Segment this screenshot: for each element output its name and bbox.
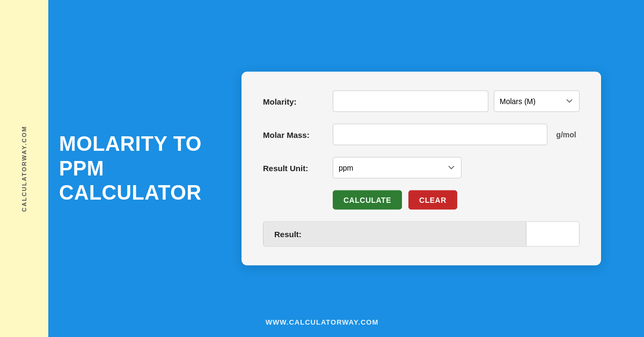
molarity-label: Molarity: — [263, 97, 333, 106]
molar-mass-label: Molar Mass: — [263, 130, 333, 139]
molarity-row: Molarity: Molars (M) Millimolars (mM) Mi… — [263, 91, 580, 112]
molar-mass-input[interactable] — [333, 124, 547, 145]
molar-mass-unit: g/mol — [553, 130, 580, 139]
title-section: MOLARITY TO PPM CALCULATOR — [59, 132, 209, 206]
molar-mass-row: Molar Mass: g/mol — [263, 124, 580, 145]
result-unit-select[interactable]: ppm ppb ppt — [333, 157, 462, 179]
result-unit-label: Result Unit: — [263, 163, 333, 172]
result-row: Result: — [263, 222, 580, 247]
calculator-card: Molarity: Molars (M) Millimolars (mM) Mi… — [241, 72, 601, 266]
result-value — [526, 222, 579, 246]
molarity-input[interactable] — [333, 91, 488, 112]
page-title: MOLARITY TO PPM CALCULATOR — [59, 132, 209, 206]
footer-url: WWW.CALCULATORWAY.COM — [266, 318, 378, 326]
clear-button[interactable]: CLEAR — [408, 191, 457, 210]
sidebar-brand-text: CALCULATORWAY.COM — [21, 126, 27, 212]
result-unit-row: Result Unit: ppm ppb ppt — [263, 157, 580, 179]
result-label: Result: — [264, 222, 526, 246]
sidebar-bar: CALCULATORWAY.COM — [0, 0, 48, 337]
calculate-button[interactable]: CALCULATE — [333, 191, 402, 210]
molarity-unit-select[interactable]: Molars (M) Millimolars (mM) Micromolars … — [494, 91, 580, 112]
buttons-row: CALCULATE CLEAR — [333, 191, 580, 210]
